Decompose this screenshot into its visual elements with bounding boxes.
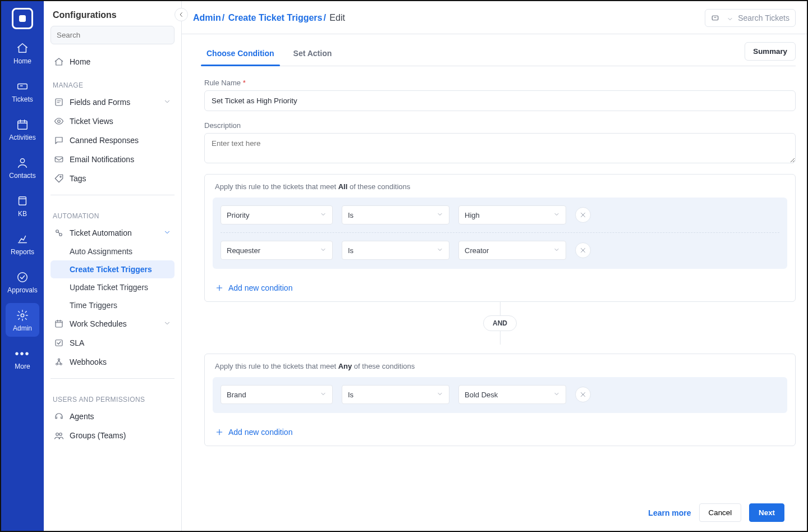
rail-activities[interactable]: Activities [6, 112, 39, 146]
chevron-down-icon [163, 319, 171, 329]
book-icon [16, 194, 29, 208]
headset-icon [54, 411, 64, 421]
any-conditions-block: Apply this rule to the tickets that meet… [204, 354, 796, 446]
side-work-schedules[interactable]: Work Schedules [50, 314, 175, 333]
rail-tickets[interactable]: Tickets [6, 74, 39, 108]
user-icon [16, 156, 29, 169]
condition-value-select[interactable]: Creator [458, 241, 566, 260]
summary-button[interactable]: Summary [745, 42, 796, 61]
side-work-schedules-label: Work Schedules [70, 319, 127, 328]
svg-rect-8 [55, 157, 63, 162]
rail-admin[interactable]: Admin [6, 303, 39, 337]
tag-icon [54, 173, 64, 184]
svg-point-7 [58, 120, 61, 123]
side-webhooks[interactable]: Webhooks [50, 352, 175, 372]
remove-condition-button[interactable] [575, 242, 591, 258]
rail-kb[interactable]: KB [6, 189, 39, 222]
condition-field-select[interactable]: Requester [221, 241, 333, 260]
breadcrumb: Admin/ Create Ticket Triggers/ Edit [193, 13, 345, 23]
footer: Learn more Cancel Next [182, 503, 807, 531]
tab-choose-condition[interactable]: Choose Condition [204, 41, 277, 66]
side-canned-label: Canned Responses [70, 136, 139, 145]
rail-contacts[interactable]: Contacts [6, 150, 39, 184]
collapse-panel-button[interactable] [175, 8, 188, 21]
chevron-down-icon [163, 98, 171, 107]
side-canned[interactable]: Canned Responses [50, 131, 175, 150]
chevron-down-icon [553, 390, 560, 399]
chevron-down-icon [437, 390, 443, 399]
remove-condition-button[interactable] [575, 387, 591, 402]
rail-more[interactable]: ••• More [6, 341, 39, 375]
condition-value-select[interactable]: Bold Desk [458, 385, 566, 404]
rail-home-label: Home [13, 57, 31, 65]
rule-name-input[interactable] [204, 90, 796, 111]
all-hint: Apply this rule to the tickets that meet… [205, 175, 795, 191]
crumb-admin[interactable]: Admin [193, 13, 221, 22]
rail-kb-label: KB [18, 210, 27, 218]
side-ticket-automation[interactable]: Ticket Automation [50, 223, 175, 242]
rail-approvals[interactable]: Approvals [6, 265, 39, 299]
approval-icon [16, 270, 29, 284]
config-panel: Configurations Home MANAGE Fields and Fo… [44, 1, 182, 531]
search-tickets[interactable]: Search Tickets [705, 9, 796, 27]
side-webhooks-label: Webhooks [70, 357, 107, 366]
side-create-triggers[interactable]: Create Ticket Triggers [50, 260, 175, 278]
cancel-button[interactable]: Cancel [699, 503, 742, 522]
home-icon [16, 42, 29, 55]
chevron-up-icon [163, 228, 171, 238]
condition-row: Brand Is Bold Desk [221, 385, 779, 412]
rail-contacts-label: Contacts [9, 172, 35, 180]
add-condition-any[interactable]: Add new condition [205, 421, 795, 446]
side-groups[interactable]: Groups (Teams) [50, 426, 175, 445]
side-auto-assignments[interactable]: Auto Assignments [50, 242, 175, 260]
team-icon [54, 430, 64, 441]
condition-op-select[interactable]: Is [342, 385, 449, 404]
svg-point-17 [56, 433, 59, 436]
learn-more-link[interactable]: Learn more [648, 508, 691, 517]
side-agents[interactable]: Agents [50, 407, 175, 426]
condition-op-select[interactable]: Is [342, 241, 449, 260]
schedule-icon [54, 319, 64, 329]
side-update-triggers[interactable]: Update Ticket Triggers [50, 278, 175, 296]
side-fields-forms[interactable]: Fields and Forms [50, 93, 175, 112]
side-email-notifs-label: Email Notifications [70, 155, 134, 164]
rail-reports[interactable]: Reports [6, 227, 39, 260]
side-fields-forms-label: Fields and Forms [70, 98, 130, 107]
chevron-down-icon [553, 210, 560, 219]
svg-rect-13 [56, 340, 62, 346]
svg-point-18 [59, 433, 62, 436]
side-home-label: Home [70, 57, 90, 66]
svg-point-2 [20, 159, 24, 163]
next-button[interactable]: Next [749, 503, 784, 522]
webhook-icon [54, 357, 64, 367]
side-tags[interactable]: Tags [50, 169, 175, 188]
config-search-input[interactable] [50, 26, 175, 44]
condition-op-select[interactable]: Is [342, 205, 449, 224]
crumb-create-trigger[interactable]: Create Ticket Triggers [228, 13, 323, 22]
logic-and-pill[interactable]: AND [483, 315, 517, 331]
mail-icon [54, 154, 64, 164]
condition-value-select[interactable]: High [458, 205, 566, 224]
side-ticket-views[interactable]: Ticket Views [50, 112, 175, 131]
side-home[interactable]: Home [50, 52, 175, 71]
rail-home[interactable]: Home [6, 36, 39, 70]
add-condition-all[interactable]: Add new condition [205, 277, 795, 301]
close-icon [579, 246, 587, 254]
rail-admin-label: Admin [13, 324, 32, 332]
chevron-down-icon [727, 15, 732, 21]
description-input[interactable] [204, 133, 796, 163]
condition-field-select[interactable]: Brand [221, 385, 333, 404]
chart-icon [16, 232, 29, 246]
ticket-icon [16, 80, 29, 93]
side-time-triggers[interactable]: Time Triggers [50, 296, 175, 314]
side-sla[interactable]: SLA [50, 333, 175, 352]
condition-field-select[interactable]: Priority [221, 205, 333, 224]
rail-reports-label: Reports [11, 248, 34, 256]
remove-condition-button[interactable] [575, 207, 591, 223]
tab-set-action[interactable]: Set Action [291, 41, 334, 66]
automation-icon [54, 228, 64, 238]
side-ticket-automation-label: Ticket Automation [70, 228, 132, 237]
message-icon [54, 135, 64, 145]
side-email-notifs[interactable]: Email Notifications [50, 150, 175, 169]
close-icon [579, 391, 587, 398]
